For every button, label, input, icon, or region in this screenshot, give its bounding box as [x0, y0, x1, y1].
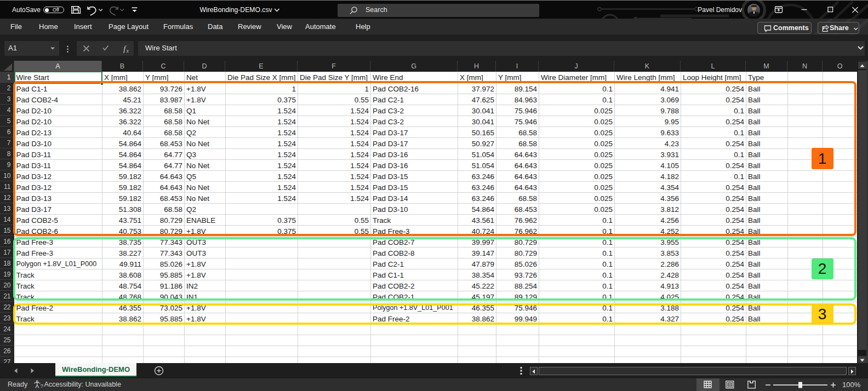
svg-text:x: x: [126, 48, 129, 54]
svg-text:?: ?: [41, 383, 43, 389]
